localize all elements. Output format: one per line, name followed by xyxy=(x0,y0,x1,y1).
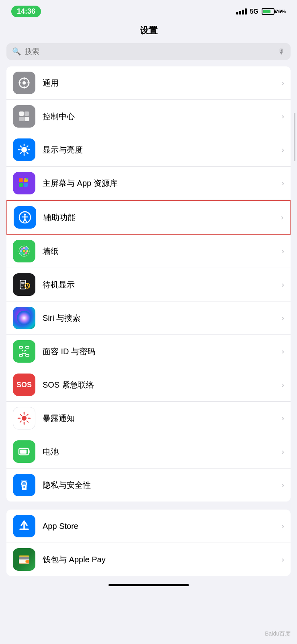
wallpaper-chevron: › xyxy=(282,247,284,256)
svg-line-65 xyxy=(20,421,21,422)
privacy-chevron: › xyxy=(282,481,284,489)
svg-rect-23 xyxy=(19,178,20,180)
svg-rect-21 xyxy=(19,183,23,187)
svg-rect-25 xyxy=(24,178,25,180)
battery-label: 电池 xyxy=(43,446,282,457)
svg-line-32 xyxy=(25,219,27,222)
svg-rect-26 xyxy=(26,178,28,180)
svg-point-54 xyxy=(22,350,23,351)
settings-item-wallet[interactable]: 钱包与 Apple Pay › xyxy=(6,543,291,576)
svg-point-39 xyxy=(23,247,25,249)
svg-point-34 xyxy=(21,248,23,250)
svg-rect-52 xyxy=(19,355,23,356)
appstore-label: App Store xyxy=(43,522,282,531)
standby-label: 待机显示 xyxy=(43,279,282,290)
standby-chevron: › xyxy=(282,281,284,289)
wallpaper-label: 墙纸 xyxy=(43,246,282,257)
wallpaper-icon xyxy=(13,240,35,262)
svg-line-49 xyxy=(27,286,29,287)
settings-item-faceid[interactable]: 面容 ID 与密码 › xyxy=(6,335,291,368)
svg-line-15 xyxy=(20,146,22,147)
settings-item-homescreen[interactable]: 主屏幕与 App 资源库 › xyxy=(6,167,291,200)
settings-item-privacy[interactable]: 隐私与安全性 › xyxy=(6,469,291,502)
status-bar: 14:36 5G 76% xyxy=(0,0,297,21)
settings-item-control[interactable]: 控制中心 › xyxy=(6,100,291,133)
settings-item-exposure[interactable]: 暴露通知 › xyxy=(6,402,291,435)
svg-point-55 xyxy=(25,350,27,351)
svg-rect-9 xyxy=(25,117,29,121)
sos-icon: SOS xyxy=(13,374,35,396)
appstore-icon xyxy=(13,515,35,537)
svg-point-41 xyxy=(20,250,22,252)
battery-body xyxy=(262,8,274,15)
svg-rect-7 xyxy=(25,111,29,116)
accessibility-icon xyxy=(14,206,36,229)
settings-item-accessibility[interactable]: 辅助功能 › xyxy=(6,200,291,235)
display-icon xyxy=(13,138,35,161)
siri-chevron: › xyxy=(282,314,284,322)
search-icon: 🔍 xyxy=(12,47,21,56)
svg-point-57 xyxy=(22,416,27,421)
battery-percent: 76% xyxy=(275,8,286,14)
general-icon xyxy=(13,72,35,94)
svg-rect-6 xyxy=(19,111,24,116)
mic-icon[interactable]: 🎙 xyxy=(278,47,285,56)
faceid-label: 面容 ID 与密码 xyxy=(43,346,282,357)
display-label: 显示与亮度 xyxy=(43,144,282,155)
svg-point-37 xyxy=(25,252,27,254)
svg-rect-50 xyxy=(19,347,23,348)
search-bar[interactable]: 🔍 🎙 xyxy=(6,43,291,60)
network-label: 5G xyxy=(250,8,258,15)
settings-item-standby[interactable]: 待机显示 › xyxy=(6,268,291,301)
settings-section-apps: App Store › 钱包与 Apple Pay › xyxy=(6,510,291,576)
faceid-icon xyxy=(13,340,35,363)
faceid-chevron: › xyxy=(282,347,284,356)
search-input[interactable] xyxy=(25,47,274,56)
scrollbar[interactable] xyxy=(294,113,295,161)
homescreen-chevron: › xyxy=(282,179,284,188)
sos-label: SOS 紧急联络 xyxy=(43,380,282,390)
svg-rect-67 xyxy=(29,450,30,453)
exposure-icon xyxy=(13,407,35,429)
svg-line-17 xyxy=(27,146,28,147)
status-right: 5G 76% xyxy=(236,8,286,15)
settings-item-siri[interactable]: Siri 与搜索 › xyxy=(6,301,291,335)
standby-icon xyxy=(13,273,35,296)
siri-label: Siri 与搜索 xyxy=(43,313,282,324)
accessibility-label: 辅助功能 xyxy=(43,212,281,223)
svg-rect-68 xyxy=(20,450,27,454)
battery-chevron: › xyxy=(282,448,284,456)
wallet-icon xyxy=(13,548,35,571)
settings-item-wallpaper[interactable]: 墙纸 › xyxy=(6,235,291,268)
control-chevron: › xyxy=(282,112,284,121)
svg-rect-22 xyxy=(24,183,28,187)
settings-item-display[interactable]: 显示与亮度 › xyxy=(6,133,291,167)
exposure-label: 暴露通知 xyxy=(43,413,282,424)
settings-item-appstore[interactable]: App Store › xyxy=(6,510,291,543)
battery-indicator: 76% xyxy=(262,8,286,15)
settings-section-main: 通用 › 控制中心 › xyxy=(6,66,291,502)
svg-point-10 xyxy=(21,147,27,153)
svg-point-38 xyxy=(23,250,25,252)
svg-rect-53 xyxy=(26,355,29,356)
settings-item-battery[interactable]: 电池 › xyxy=(6,435,291,469)
svg-rect-24 xyxy=(21,178,23,180)
svg-point-72 xyxy=(23,486,25,488)
control-icon xyxy=(13,105,35,128)
page-title: 设置 xyxy=(0,21,297,43)
svg-line-18 xyxy=(20,153,22,154)
signal-bars-icon xyxy=(236,8,247,14)
svg-line-63 xyxy=(27,421,28,422)
settings-item-sos[interactable]: SOS SOS 紧急联络 › xyxy=(6,368,291,402)
home-indicator xyxy=(109,584,189,586)
display-chevron: › xyxy=(282,146,284,154)
general-label: 通用 xyxy=(43,78,282,89)
svg-rect-45 xyxy=(21,285,25,285)
svg-rect-81 xyxy=(19,557,29,559)
svg-point-1 xyxy=(23,81,26,85)
settings-item-general[interactable]: 通用 › xyxy=(6,66,291,100)
svg-line-64 xyxy=(27,414,28,415)
exposure-chevron: › xyxy=(282,414,284,423)
svg-point-83 xyxy=(26,560,29,563)
siri-icon xyxy=(13,307,35,329)
